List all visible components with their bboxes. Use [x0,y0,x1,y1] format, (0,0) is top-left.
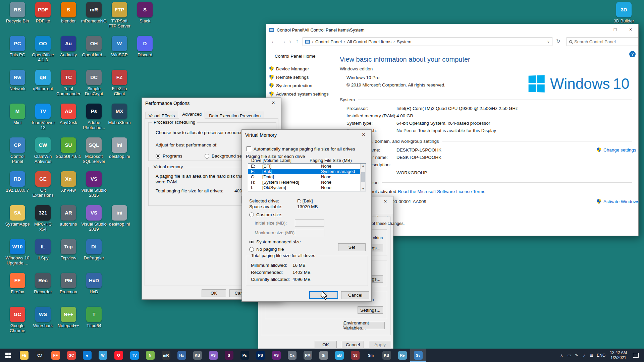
desktop-icon-tcpview[interactable]: TcpTcpview [56,239,81,272]
desktop-icon-mpc-hc-x64[interactable]: 321MPC-HC x64 [30,205,56,238]
drive-list-scrollbar[interactable]: ▲ ▼ [360,164,366,191]
show-desktop-button[interactable] [642,349,644,362]
taskbar-icon-qbittorrent[interactable]: qB [331,349,347,362]
desktop-icon-google-chrome[interactable]: GCGoogle Chrome [5,307,30,340]
forward-icon[interactable]: → [281,38,286,44]
search-input[interactable] [574,39,631,44]
taskbar-icon-on-screen-keyboard[interactable]: KB [190,349,205,362]
activate-windows-link[interactable]: Activate Windows [597,199,639,204]
desktop-icon-teamviewer-12[interactable]: TVTeamViewer 12 [30,104,56,136]
taskbar-icon-remote-keyboard[interactable]: KB [379,349,394,362]
address-bar[interactable]: › Control Panel › All Control Panel Item… [303,37,552,46]
change-settings-link[interactable]: Change settings [597,147,636,153]
apply-button[interactable]: Apply [369,341,391,348]
desktop-icon-mini[interactable]: MMini [5,104,30,136]
system-managed-radio[interactable] [249,240,254,244]
taskbar-icon-hxd[interactable]: Hx [174,349,190,362]
ok-button[interactable]: OK [202,289,226,297]
desktop-icon-network[interactable]: NwNetwork [5,70,30,103]
desktop-icon-microsoft-sql-server[interactable]: SQLMicrosoft SQL Server ... [81,137,107,170]
taskbar-icon-powershell[interactable]: PS [253,349,268,362]
taskbar-icon-file-explorer[interactable]: FE [16,349,32,362]
scroll-down-icon[interactable]: ▼ [361,187,366,190]
sidebar-item-advanced-system-settings[interactable]: Advanced system settings [269,92,329,97]
desktop-icon-recycle-bin[interactable]: RBRecycle Bin [5,2,30,35]
desktop-icon-hxd[interactable]: HxDHxD [81,273,107,306]
taskbar-icon-calculator[interactable]: Ca [284,349,300,362]
desktop-icon-recorder[interactable]: RecRecorder [30,273,56,306]
taskbar-icon-teamviewer[interactable]: TV [126,349,142,362]
desktop-icon-mobaxterm[interactable]: MXMobaXterm [107,104,132,136]
tray-chevron-icon[interactable]: ∧ [557,353,566,358]
programs-radio[interactable] [156,154,160,159]
drive-row-i[interactable]: I:[OldSystem]None [248,185,360,190]
desktop-icon-slack[interactable]: SSlack [132,2,158,35]
taskbar-icon-photoshop[interactable]: Ps [237,349,253,362]
license-terms-link[interactable]: Read the Microsoft Software License Term… [398,189,485,194]
close-icon[interactable]: × [378,197,393,206]
desktop-icon-openhard[interactable]: OHOpenHard... [81,36,107,69]
taskbar-icon-edge[interactable]: e [79,349,95,362]
sidebar-item-remote-settings[interactable]: Remote settings [269,75,309,80]
desktop-icon-git-extensions[interactable]: GEGit Extensions [30,171,56,204]
desktop-icon-desktop-ini[interactable]: inidesktop.ini [107,137,132,170]
cancel-button[interactable]: Cancel [342,341,364,348]
desktop-icon-clamwin-antivirus[interactable]: CWClamWin Antivirus [30,137,56,170]
sidebar-item-system-protection[interactable]: System protection [269,83,312,88]
display-icon[interactable]: ▭ [566,353,573,358]
action-center-icon[interactable] [633,353,639,358]
desktop-icon-xnview[interactable]: XnXnView [56,171,81,204]
start-button[interactable] [0,349,16,362]
desktop-icon-audacity[interactable]: AuAudacity [56,36,81,69]
desktop-icon-winscp[interactable]: WWinSCP [107,36,132,69]
ok-button[interactable]: OK [315,341,337,348]
taskbar-icon-notepad-plus-plus[interactable]: N [142,349,158,362]
desktop-icon-anydesk[interactable]: ADAnyDesk [56,104,81,136]
desktop-icon-notepad[interactable]: N++Notepad++ [56,307,81,340]
recent-pages-icon[interactable]: ∨ [289,40,291,43]
search-box[interactable] [567,37,638,46]
desktop-icon-total-commander[interactable]: TCTotal Commander [56,70,81,103]
close-icon[interactable]: × [356,130,371,139]
desktop-icon-autoruns[interactable]: ARautoruns [56,205,81,238]
desktop-icon-discord[interactable]: DDiscord [132,36,158,69]
taskbar-icon-visual-studio-2015[interactable]: VS [268,349,284,362]
close-icon[interactable]: × [266,98,281,108]
desktop-icon-wireshark[interactable]: WSWireshark [30,307,56,340]
taskbar-icon-system[interactable]: Sy [410,349,426,362]
breadcrumb-system[interactable]: System [397,39,411,44]
desktop-icon-defraggler[interactable]: DfDefraggler [81,239,107,272]
initial-size-input[interactable] [295,219,324,227]
no-paging-file-radio[interactable] [249,247,254,252]
background-services-radio[interactable] [205,154,209,159]
taskbar-icon-firefox[interactable]: FF [48,349,63,362]
desktop-icon-desktop-ini[interactable]: inidesktop.ini [107,205,132,238]
taskbar-icon-winscp[interactable]: W [95,349,111,362]
desktop-icon-192-168-0-7[interactable]: RD192.168.0.7 [5,171,30,204]
taskbar-icon-steam[interactable]: Sm [363,349,379,362]
desktop-icon-qbittorrent[interactable]: qBqBittorrent [30,70,56,103]
taskbar-icon-opera[interactable]: O [111,349,126,362]
network-icon[interactable]: ▦ [588,353,595,358]
environment-variables-button[interactable]: Environment Variables... [343,322,385,329]
desktop-icon-ilspy[interactable]: ILILSpy [30,239,56,272]
drive-row-f[interactable]: F:[Bak]System managed [248,169,360,174]
custom-size-radio[interactable] [249,213,254,217]
breadcrumb-control-panel[interactable]: Control Panel [315,39,342,44]
help-icon[interactable]: ? [629,51,636,57]
desktop-icon-visual-studio-2015[interactable]: VSVisual Studio 2015 [81,171,107,204]
drive-row-e[interactable]: E:[EFI]None [248,164,360,169]
scroll-up-icon[interactable]: ▲ [361,164,366,167]
language-indicator[interactable]: ENG [595,353,607,358]
taskbar-icon-command-prompt[interactable]: C:\ [32,349,48,362]
cancel-button[interactable]: Cancel [341,291,369,299]
desktop-icon-openoffice-4-1-3[interactable]: OOOpenOffice 4.1.3 [30,36,56,69]
drive-list[interactable]: E:[EFI]NoneF:[Bak]System managedG:[Data]… [248,163,366,191]
back-icon[interactable]: ← [271,38,276,44]
desktop-icon-visual-studio-2019[interactable]: VSVisual Studio 2019 [81,205,107,238]
desktop-icon-filezilla-client[interactable]: FZFileZilla Client [107,70,132,103]
taskbar-icon-chrome[interactable]: GC [63,349,79,362]
up-icon[interactable]: ↑ [296,38,299,44]
desktop-icon-adobe-photosho[interactable]: PsAdobe Photosho... [81,104,107,136]
desktop-icon-simple-dnscrypt[interactable]: DCSimple DnsCrypt [81,70,107,103]
